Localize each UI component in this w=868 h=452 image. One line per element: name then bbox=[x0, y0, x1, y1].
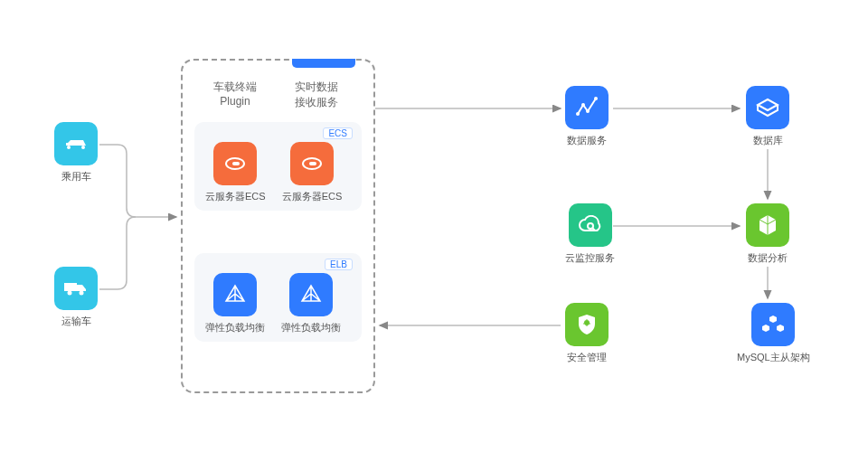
cube-icon bbox=[746, 203, 789, 247]
ces-node: 云监控服务 bbox=[565, 203, 615, 265]
svg-point-9 bbox=[586, 109, 590, 113]
elb-icon bbox=[289, 273, 333, 316]
elb-icon bbox=[213, 273, 257, 316]
ecs-icon bbox=[290, 142, 334, 185]
analysis-node: 数据分析 bbox=[746, 203, 789, 265]
car-node: 乘用车 bbox=[54, 122, 98, 184]
svg-point-1 bbox=[68, 291, 72, 296]
security-node: 安全管理 bbox=[565, 303, 609, 364]
ecs-card: ECS 云服务器ECS 云服务器ECS bbox=[194, 122, 362, 211]
data-service-label: 数据服务 bbox=[567, 134, 607, 147]
cluster-icon bbox=[751, 303, 795, 346]
ces-label: 云监控服务 bbox=[565, 251, 615, 265]
svg-rect-0 bbox=[64, 283, 77, 291]
ecs-item-1: 云服务器ECS bbox=[205, 142, 266, 203]
container-tab bbox=[292, 59, 355, 68]
database-icon bbox=[746, 86, 789, 129]
svg-rect-6 bbox=[309, 162, 316, 165]
elb-card: ELB 弹性负载均衡 弹性负载均衡 bbox=[194, 253, 362, 342]
header-text-1: 车载终端Plugin bbox=[203, 80, 267, 108]
security-label: 安全管理 bbox=[567, 351, 607, 364]
svg-point-12 bbox=[584, 320, 590, 325]
truck-label: 运输车 bbox=[61, 315, 91, 328]
ecs-icon bbox=[213, 142, 257, 185]
car-icon bbox=[54, 122, 98, 165]
connectors bbox=[0, 0, 868, 452]
analysis-label: 数据分析 bbox=[748, 251, 788, 265]
car-label: 乘用车 bbox=[61, 170, 91, 184]
svg-rect-4 bbox=[232, 162, 240, 165]
truck-icon bbox=[54, 267, 98, 310]
ecs-badge: ECS bbox=[323, 127, 353, 139]
ecs-item-2: 云服务器ECS bbox=[282, 142, 343, 203]
mysql-node: MySQL主从架构 bbox=[737, 303, 810, 364]
header-text-2: 实时数据接收服务 bbox=[285, 80, 348, 110]
analytics-icon bbox=[565, 86, 609, 129]
database-node: 数据库 bbox=[746, 86, 789, 147]
mysql-label: MySQL主从架构 bbox=[737, 351, 810, 364]
elb-item-1: 弹性负载均衡 bbox=[205, 273, 265, 334]
cloud-monitor-icon bbox=[569, 203, 612, 247]
svg-point-10 bbox=[594, 97, 598, 100]
data-service-node: 数据服务 bbox=[565, 86, 609, 147]
database-label: 数据库 bbox=[753, 134, 783, 147]
svg-point-7 bbox=[576, 112, 580, 116]
svg-point-2 bbox=[80, 291, 84, 296]
elb-badge: ELB bbox=[325, 259, 353, 270]
truck-node: 运输车 bbox=[54, 267, 98, 328]
shield-icon bbox=[565, 303, 609, 346]
elb-item-2: 弹性负载均衡 bbox=[281, 273, 341, 334]
svg-point-8 bbox=[581, 103, 585, 107]
